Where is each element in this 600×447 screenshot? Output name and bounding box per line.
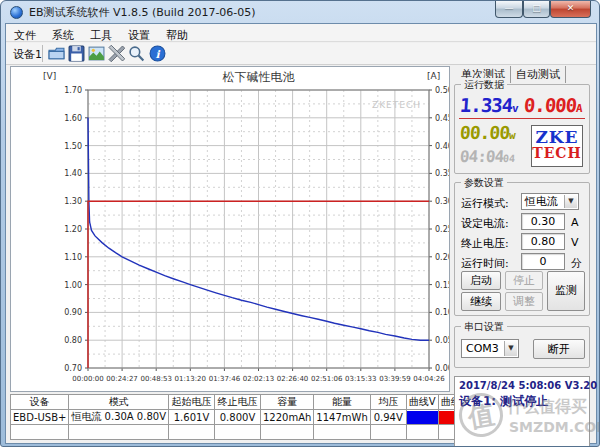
svg-text:1.20: 1.20 <box>64 225 82 234</box>
table-empty-row <box>11 425 471 440</box>
svg-text:01:37:46: 01:37:46 <box>209 375 241 383</box>
svg-text:1.50: 1.50 <box>64 142 82 151</box>
right-panel: 单次测试自动测试 运行数据 1.334v 0.000A 00.00w 04:04… <box>450 66 594 447</box>
continue-button[interactable]: 继续 <box>461 292 501 311</box>
col-curve-v: 曲线V <box>406 395 438 410</box>
svg-text:1.70: 1.70 <box>64 86 82 95</box>
col-energy: 能量 <box>314 395 370 410</box>
svg-text:0.20: 0.20 <box>435 253 449 262</box>
run-data-group-label: 运行数据 <box>461 78 507 92</box>
menu-settings[interactable]: 设置 <box>120 26 158 43</box>
svg-text:0.25: 0.25 <box>435 225 449 234</box>
menu-file[interactable]: 文件 <box>6 26 44 43</box>
chevron-down-icon[interactable]: ▼ <box>564 195 577 208</box>
set-current-input[interactable]: 0.30 <box>521 213 565 230</box>
run-time-input[interactable]: 0 <box>521 253 565 270</box>
svg-text:03:39:59: 03:39:59 <box>379 375 410 383</box>
current-display: 0.000A <box>523 94 583 116</box>
title-bar[interactable]: EB测试系统软件 V1.8.5 (Build 2017-06-05) — □ ✕ <box>1 1 599 23</box>
parameters-group: 参数设置 运行模式: 恒电流 ▼ 设定电流: 0.30 A 终止电压: 0.80… <box>454 182 590 316</box>
svg-text:04:04:26: 04:04:26 <box>413 375 445 383</box>
stop-button: 停止 <box>505 271 543 290</box>
set-current-unit: A <box>571 216 579 229</box>
svg-text:03:15:33: 03:15:33 <box>345 375 376 383</box>
monitor-button[interactable]: 监测 <box>547 271 585 311</box>
svg-text:1.10: 1.10 <box>64 253 82 262</box>
run-time-label: 运行时间: <box>461 256 509 271</box>
svg-text:1.40: 1.40 <box>64 169 82 178</box>
svg-text:0.40: 0.40 <box>435 142 449 151</box>
col-avg-voltage: 均压 <box>370 395 406 410</box>
svg-text:ZKETECH: ZKETECH <box>372 100 421 110</box>
com-port-select[interactable]: COM3 ▼ <box>461 339 519 358</box>
svg-text:0.45: 0.45 <box>435 114 449 123</box>
chart-panel: 00:00:0000:24:2700:48:5301:13:2001:37:46… <box>10 66 450 392</box>
menu-system[interactable]: 系统 <box>44 26 82 43</box>
svg-text:[A]: [A] <box>427 71 440 81</box>
window-content: 文件系统工具设置帮助 设备1 <box>5 23 597 444</box>
info-icon[interactable]: i <box>149 45 166 62</box>
svg-text:00:24:27: 00:24:27 <box>106 375 137 383</box>
power-display: 00.00w <box>459 122 516 143</box>
svg-text:00:48:53: 00:48:53 <box>140 375 171 383</box>
col-start-voltage: 起始电压 <box>168 395 214 410</box>
cutoff-voltage-input[interactable]: 0.80 <box>521 233 565 250</box>
svg-text:0.70: 0.70 <box>64 364 82 373</box>
svg-text:0.50: 0.50 <box>435 86 449 95</box>
cell-start-voltage: 1.601V <box>168 410 214 425</box>
close-button[interactable]: ✕ <box>550 1 591 18</box>
run-mode-select[interactable]: 恒电流 ▼ <box>521 193 579 210</box>
maximize-button[interactable]: □ <box>523 1 550 18</box>
svg-text:02:51:06: 02:51:06 <box>311 375 343 383</box>
tools-icon[interactable] <box>108 45 125 62</box>
svg-text:0.10: 0.10 <box>435 308 449 317</box>
device-selector[interactable]: 设备1 <box>13 47 42 62</box>
chevron-down-icon[interactable]: ▼ <box>504 341 517 356</box>
cell-capacity: 1220mAh <box>260 410 313 425</box>
tab-auto-test[interactable]: 自动测试 <box>511 66 566 83</box>
app-window: EB测试系统软件 V1.8.5 (Build 2017-06-05) — □ ✕… <box>0 0 600 447</box>
run-data-group: 运行数据 1.334v 0.000A 00.00w 04:0404 ZKE TE… <box>454 84 590 174</box>
minimize-button[interactable]: — <box>495 1 523 18</box>
zoom-icon[interactable] <box>128 45 145 62</box>
open-file-icon[interactable] <box>48 45 65 62</box>
svg-text:1.30: 1.30 <box>64 197 82 206</box>
svg-text:0.00: 0.00 <box>435 364 449 373</box>
cell-energy: 1147mWh <box>314 410 370 425</box>
table-row: EBD-USB+ 恒电流 0.30A 0.80V 1.601V 0.800V 1… <box>11 410 471 425</box>
cell-device: EBD-USB+ <box>11 410 69 425</box>
run-mode-label: 运行模式: <box>461 196 509 211</box>
menu-help[interactable]: 帮助 <box>158 26 196 43</box>
curve-v-swatch[interactable] <box>407 411 438 424</box>
menu-bar: 文件系统工具设置帮助 <box>6 24 596 42</box>
export-image-icon[interactable] <box>88 45 105 62</box>
start-button[interactable]: 启动 <box>461 271 501 290</box>
zke-tech-logo: ZKE TECH <box>531 125 583 167</box>
battery-discharge-chart: 00:00:0000:24:2700:48:5301:13:2001:37:46… <box>11 67 449 391</box>
voltage-display: 1.334v <box>459 94 519 116</box>
col-capacity: 容量 <box>260 395 313 410</box>
adjust-button: 调整 <box>505 292 543 311</box>
svg-text:0.15: 0.15 <box>435 281 449 290</box>
window-title: EB测试系统软件 V1.8.5 (Build 2017-06-05) <box>29 5 256 20</box>
col-end-voltage: 终止电压 <box>214 395 260 410</box>
svg-text:00:00:00: 00:00:00 <box>72 375 103 383</box>
svg-text:0.90: 0.90 <box>64 308 82 317</box>
cell-mode: 恒电流 0.30A 0.80V <box>69 410 169 425</box>
cell-avg-voltage: 0.94V <box>370 410 406 425</box>
svg-text:松下碱性电池: 松下碱性电池 <box>223 70 296 84</box>
svg-text:0.35: 0.35 <box>435 169 449 178</box>
results-table: 设备 模式 起始电压 终止电压 容量 能量 均压 曲线V 曲线A EBD-USB… <box>10 394 471 440</box>
cell-curve-v-toggle[interactable] <box>406 410 438 425</box>
svg-text:01:13:20: 01:13:20 <box>175 375 206 383</box>
status-panel: 2017/8/24 5:08:06 V3.20 设备1: 测试停止 <box>454 376 590 447</box>
col-mode: 模式 <box>69 395 169 410</box>
save-icon[interactable] <box>68 45 85 62</box>
serial-port-group: 串口设置 COM3 ▼ 断开 <box>454 326 590 368</box>
set-current-label: 设定电流: <box>461 216 509 231</box>
cutoff-voltage-label: 终止电压: <box>461 236 509 251</box>
menu-tools[interactable]: 工具 <box>82 26 120 43</box>
toolbar-separator <box>42 45 43 62</box>
disconnect-button[interactable]: 断开 <box>533 339 585 359</box>
svg-text:1.60: 1.60 <box>64 114 82 123</box>
